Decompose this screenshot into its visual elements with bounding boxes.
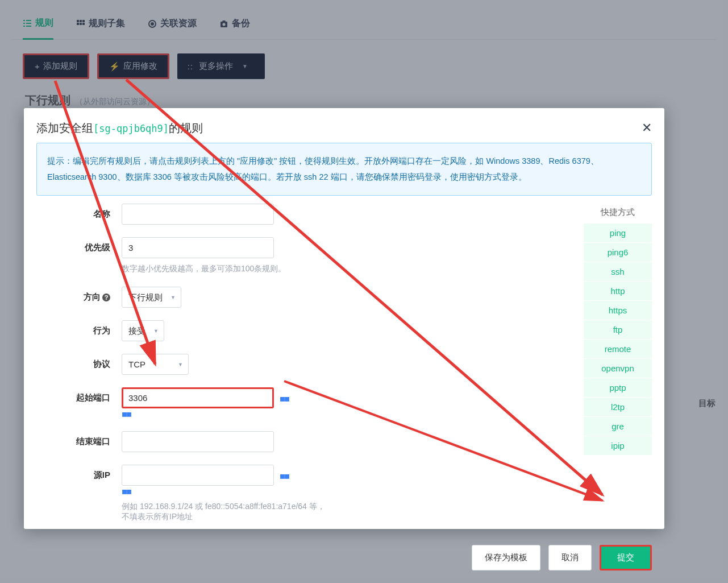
submit-button[interactable]: 提交	[600, 545, 652, 570]
start-port-input[interactable]	[122, 387, 274, 408]
shortcut-ping[interactable]: ping	[584, 224, 652, 242]
cancel-button[interactable]: 取消	[548, 545, 592, 570]
close-icon[interactable]: ✕	[642, 121, 652, 136]
add-rule-modal: 添加安全组[sg-qpjb6qh9]的规则 ✕ 提示：编辑完所有规则后，请点击规…	[24, 108, 664, 529]
shortcut-openvpn[interactable]: openvpn	[584, 359, 652, 378]
security-group-id: [sg-qpjb6qh9]	[93, 123, 169, 134]
protocol-select[interactable]: TCP	[122, 354, 189, 375]
shortcut-gre[interactable]: gre	[584, 417, 652, 436]
shortcut-ftp[interactable]: ftp	[584, 320, 652, 339]
direction-label: 方向?	[36, 287, 122, 303]
start-port-label: 起始端口	[36, 387, 122, 403]
name-input[interactable]	[122, 204, 274, 225]
action-select[interactable]: 接受	[122, 320, 164, 341]
shortcut-ipip[interactable]: ipip	[584, 436, 652, 455]
name-label: 名称	[36, 204, 122, 220]
shortcut-ssh[interactable]: ssh	[584, 262, 652, 281]
priority-input[interactable]	[122, 237, 274, 258]
help-icon[interactable]: ?	[102, 293, 110, 301]
source-ip-hint: 例如 192.168.9.1/24 或 fe80::5054:a8ff:fe81…	[122, 502, 326, 522]
priority-label: 优先级	[36, 237, 122, 253]
shortcuts-title: 快捷方式	[584, 204, 652, 224]
shortcut-https[interactable]: https	[584, 301, 652, 320]
action-label: 行为	[36, 320, 122, 336]
end-port-input[interactable]	[122, 431, 274, 452]
modal-title: 添加安全组[sg-qpjb6qh9]的规则	[36, 121, 203, 136]
priority-hint: 数字越小优先级越高，最多可添加100条规则。	[122, 264, 326, 274]
protocol-label: 协议	[36, 354, 122, 370]
shortcut-l2tp[interactable]: l2tp	[584, 398, 652, 416]
shortcut-ping6[interactable]: ping6	[584, 243, 652, 262]
shortcut-remote[interactable]: remote	[584, 340, 652, 358]
info-banner: 提示：编辑完所有规则后，请点击规则列表上方的 "应用修改" 按钮，使得规则生效。…	[36, 143, 652, 196]
shortcut-http[interactable]: http	[584, 282, 652, 300]
shortcut-pptp[interactable]: pptp	[584, 378, 652, 397]
shortcuts-panel: 快捷方式 ping ping6 ssh http https ftp remot…	[584, 204, 652, 535]
end-port-label: 结束端口	[36, 431, 122, 447]
source-ip-input[interactable]	[122, 465, 274, 486]
source-ip-label: 源IP	[36, 465, 122, 481]
direction-select[interactable]: 下行规则	[122, 287, 181, 308]
save-template-button[interactable]: 保存为模板	[472, 545, 540, 570]
